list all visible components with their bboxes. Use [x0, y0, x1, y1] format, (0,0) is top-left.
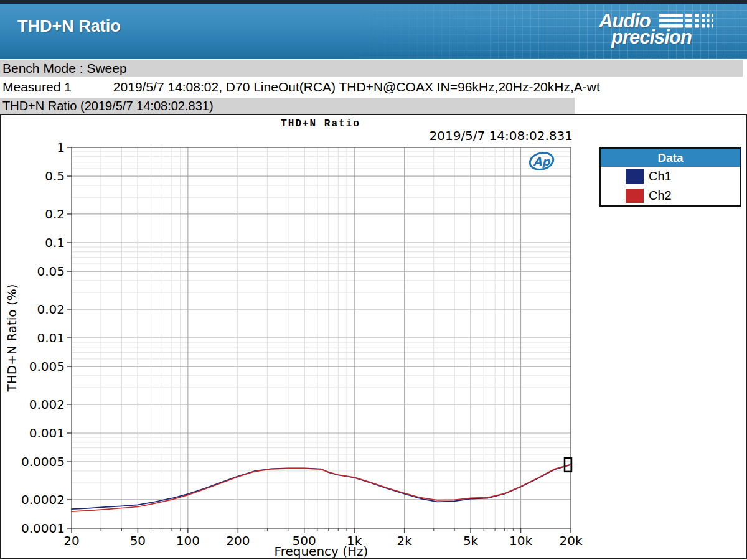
svg-text:0.02: 0.02 — [37, 302, 65, 317]
svg-text:2019/5/7 14:08:02.831: 2019/5/7 14:08:02.831 — [429, 128, 573, 143]
audio-precision-logo: Audio precision — [599, 10, 717, 50]
section-title-text: THD+N Ratio (2019/5/7 14:08:02.831) — [2, 99, 214, 113]
svg-text:20: 20 — [63, 533, 79, 548]
chart-frame: 20501002005001k2k5k10k20k10.50.20.10.050… — [0, 114, 747, 559]
svg-text:0.0005: 0.0005 — [21, 454, 65, 469]
legend-item-ch2: Ch2 — [601, 186, 740, 205]
svg-text:0.0001: 0.0001 — [21, 521, 65, 536]
header-top-strip — [0, 0, 747, 4]
ch1-label: Ch1 — [649, 169, 672, 184]
svg-text:THD+N Ratio (%): THD+N Ratio (%) — [4, 284, 19, 392]
svg-text:0.001: 0.001 — [29, 426, 65, 441]
svg-text:THD+N Ratio: THD+N Ratio — [281, 118, 360, 129]
svg-text:0.2: 0.2 — [45, 207, 65, 222]
ap-report-window: THD+N Ratio Audio precision Bench Mode :… — [0, 0, 747, 560]
svg-text:0.0002: 0.0002 — [21, 492, 65, 507]
svg-text:50: 50 — [130, 533, 146, 548]
svg-text:5k: 5k — [463, 533, 479, 548]
legend-item-ch1: Ch1 — [601, 167, 740, 186]
bench-mode-bar: Bench Mode : Sweep — [0, 60, 743, 77]
svg-text:2k: 2k — [397, 533, 413, 548]
svg-text:100: 100 — [176, 533, 200, 548]
svg-text:Frequency (Hz): Frequency (Hz) — [275, 544, 369, 558]
svg-text:0.1: 0.1 — [45, 235, 65, 250]
legend: Data Ch1 Ch2 — [599, 147, 741, 207]
logo-word-precision: precision — [611, 26, 692, 49]
ch1-color-swatch — [626, 169, 644, 184]
svg-text:10k: 10k — [509, 533, 532, 548]
svg-text:200: 200 — [226, 533, 250, 548]
title-bar: THD+N Ratio Audio precision — [0, 0, 747, 59]
svg-text:0.005: 0.005 — [29, 359, 65, 374]
page-title: THD+N Ratio — [17, 17, 121, 36]
svg-text:0.5: 0.5 — [45, 169, 65, 184]
bench-mode-text: Bench Mode : Sweep — [2, 61, 127, 75]
measured-value: 2019/5/7 14:08:02, D70 LineOut(RCA) THD+… — [113, 80, 600, 94]
measured-line: Measured 1 2019/5/7 14:08:02, D70 LineOu… — [0, 77, 747, 98]
svg-text:0.05: 0.05 — [37, 264, 65, 279]
svg-text:0.002: 0.002 — [29, 397, 65, 412]
section-title-bar: THD+N Ratio (2019/5/7 14:08:02.831) — [0, 98, 575, 114]
legend-title: Data — [601, 149, 740, 167]
measured-label: Measured 1 — [2, 77, 110, 98]
svg-text:0.01: 0.01 — [37, 330, 65, 345]
svg-text:1: 1 — [57, 140, 65, 155]
ch2-label: Ch2 — [649, 189, 672, 203]
svg-text:Ap: Ap — [533, 155, 551, 168]
ch2-color-swatch — [626, 189, 644, 203]
svg-text:20k: 20k — [559, 533, 582, 548]
